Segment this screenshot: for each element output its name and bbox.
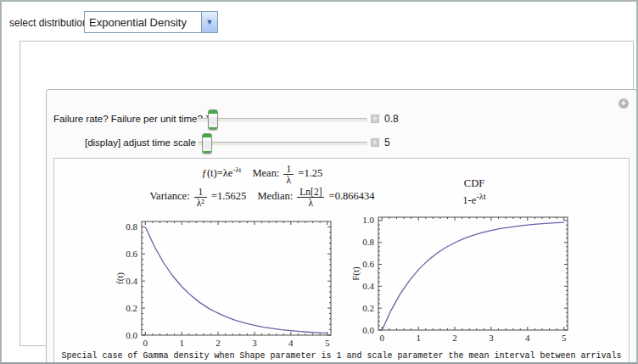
cdf-header-block: CDF 1-e-λt xyxy=(394,177,555,207)
svg-text:5: 5 xyxy=(562,333,567,343)
lambda-value: 0.8 xyxy=(384,113,399,125)
distribution-dropdown-value: Exponential Density xyxy=(85,16,201,29)
svg-text:F(t): F(t) xyxy=(350,266,361,281)
svg-text:f(t): f(t) xyxy=(115,272,126,284)
lambda-slider-row: Failure rate? Failure per unit time? λ= … xyxy=(53,107,630,131)
svg-text:0.4: 0.4 xyxy=(362,281,374,291)
timescale-stepper-icon[interactable]: + xyxy=(371,138,379,147)
svg-text:1: 1 xyxy=(416,333,421,343)
caption-text: Special case of Gamma density when Shape… xyxy=(54,351,629,361)
lambda-slider-label: Failure rate? Failure per unit time? λ= xyxy=(53,114,196,124)
pdf-plot: 0123450.00.20.40.60.8f(t) xyxy=(114,211,368,361)
select-distribution-label: select distribution xyxy=(9,13,88,33)
svg-text:0.2: 0.2 xyxy=(126,303,137,313)
svg-text:1.0: 1.0 xyxy=(362,215,374,225)
lambda-slider-thumb[interactable] xyxy=(208,109,218,130)
chevron-down-icon: ▼ xyxy=(206,19,214,26)
manipulate-panel: + Failure rate? Failure per unit time? λ… xyxy=(46,89,637,364)
variance-value: =1.5625 xyxy=(211,190,246,202)
svg-text:0.2: 0.2 xyxy=(362,303,374,313)
cdf-formula: 1-e-λt xyxy=(394,192,555,207)
timescale-slider-thumb[interactable] xyxy=(202,133,212,154)
lambda-stepper-icon[interactable]: + xyxy=(371,115,379,123)
pdf-formula-block: ƒ(t)=λe-λt Mean: 1λ =1.25 Variance: 1λ² … xyxy=(97,162,428,210)
svg-text:0.6: 0.6 xyxy=(362,259,374,269)
svg-text:3: 3 xyxy=(252,338,257,348)
mean-label: Mean: xyxy=(252,167,279,179)
svg-text:0.4: 0.4 xyxy=(126,276,137,286)
svg-text:1: 1 xyxy=(179,338,184,348)
demonstration-window: select distribution Exponential Density … xyxy=(0,0,638,364)
svg-text:0: 0 xyxy=(143,338,148,348)
pdf-exponent: -λt xyxy=(232,165,241,174)
dropdown-button[interactable]: ▼ xyxy=(201,12,217,32)
svg-text:2: 2 xyxy=(215,338,220,348)
svg-text:0.0: 0.0 xyxy=(126,330,137,340)
plots-panel: ƒ(t)=λe-λt Mean: 1λ =1.25 Variance: 1λ² … xyxy=(53,158,630,364)
svg-text:0.0: 0.0 xyxy=(362,325,374,335)
svg-text:2: 2 xyxy=(452,333,457,343)
svg-text:0.8: 0.8 xyxy=(362,237,374,247)
median-value: =0.866434 xyxy=(329,190,375,202)
output-frame: + Failure rate? Failure per unit time? λ… xyxy=(20,41,634,346)
timescale-slider-label: [display] adjust time scale xyxy=(53,137,196,148)
distribution-dropdown[interactable]: Exponential Density ▼ xyxy=(84,11,218,33)
cdf-title: CDF xyxy=(394,177,555,190)
svg-text:0: 0 xyxy=(380,333,385,343)
variance-label: Variance: xyxy=(149,190,189,202)
mean-value: =1.25 xyxy=(298,167,322,179)
lambda-slider-track[interactable] xyxy=(198,118,367,122)
median-label: Median: xyxy=(258,190,294,202)
svg-text:0.8: 0.8 xyxy=(126,221,137,232)
mean-fraction: 1λ xyxy=(283,164,294,185)
svg-text:4: 4 xyxy=(288,338,294,348)
svg-text:0.6: 0.6 xyxy=(126,249,137,259)
svg-text:4: 4 xyxy=(525,333,530,343)
svg-text:3: 3 xyxy=(489,333,494,343)
timescale-slider-track[interactable] xyxy=(198,142,367,146)
median-fraction: Ln[2]λ xyxy=(297,187,324,208)
variance-fraction: 1λ² xyxy=(194,187,207,208)
pdf-formula-line1: ƒ(t)=λe-λt Mean: 1λ =1.25 xyxy=(97,164,428,185)
pdf-formula-line2: Variance: 1λ² =1.5625 Median: Ln[2]λ =0.… xyxy=(97,187,428,208)
pdf-function: ƒ(t)=λe xyxy=(202,167,233,179)
timescale-value: 5 xyxy=(384,137,390,148)
timescale-slider-row: [display] adjust time scale + 5 xyxy=(53,131,630,154)
svg-text:5: 5 xyxy=(325,338,330,348)
cdf-plot: 0123450.00.20.40.60.81.0F(t) xyxy=(350,207,604,356)
